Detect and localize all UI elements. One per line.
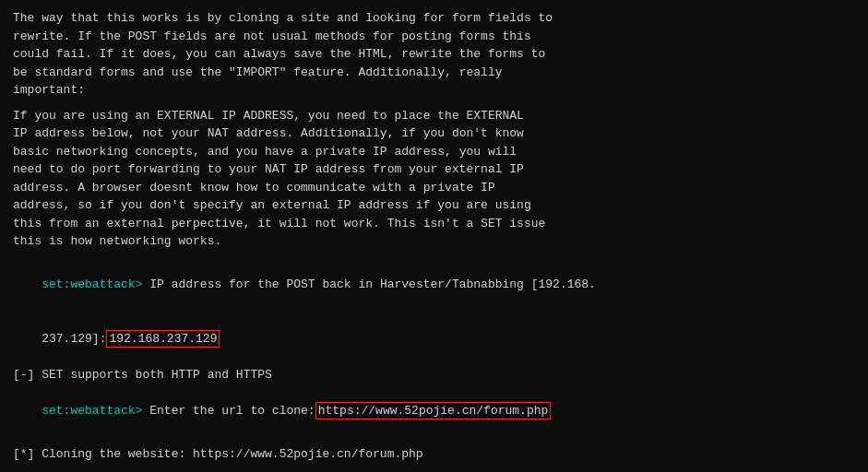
ip-prefix: 237.129]: — [42, 332, 106, 346]
intro-line-1: The way that this works is by cloning a … — [13, 9, 855, 28]
webattack-prompt-1: set:webattack> — [42, 277, 142, 291]
intro-line-3: could fail. If it does, you can always s… — [13, 45, 855, 64]
intro-line-2: rewrite. If the POST fields are not usua… — [13, 28, 855, 46]
intro-line-4: be standard forms and use the "IMPORT" f… — [13, 64, 855, 82]
terminal: The way that this works is by cloning a … — [13, 9, 855, 472]
example-line: [-] SET supports both HTTP and HTTPS — [13, 366, 855, 384]
ext-ip-line-4: need to do port forwarding to your NAT I… — [13, 160, 855, 179]
ext-ip-line-3: basic networking concepts, and you have … — [13, 143, 855, 161]
ip-prompt-text: IP address for the POST back in Harveste… — [142, 277, 595, 291]
url-prompt-text: Enter the url to clone: — [142, 404, 315, 418]
ext-ip-line-8: this is how networking works. — [13, 232, 855, 251]
ext-ip-line-1: If you are using an EXTERNAL IP ADDRESS,… — [13, 107, 855, 125]
ext-ip-line-6: address, so if you don't specify an exte… — [13, 196, 855, 215]
ext-ip-line-5: address. A browser doesnt know how to co… — [13, 179, 855, 197]
webattack-prompt-2: set:webattack> — [42, 404, 142, 418]
ip-prompt-line: set:webattack> IP address for the POST b… — [13, 258, 855, 313]
intro-line-5: important: — [13, 81, 855, 100]
ip-input-line: 237.129]:192.168.237.129 — [13, 312, 855, 366]
ext-ip-line-7: this from an external perpective, it wil… — [13, 215, 855, 233]
ip-value: 192.168.237.129 — [106, 330, 220, 348]
cloning-line-2: [*] Cloning the website: https://www.52p… — [13, 445, 855, 464]
ext-ip-line-2: IP address below, not your NAT address. … — [13, 124, 855, 143]
url-value: https://www.52pojie.cn/forum.php — [315, 402, 552, 419]
url-prompt-line: set:webattack> Enter the url to clone:ht… — [13, 384, 855, 438]
